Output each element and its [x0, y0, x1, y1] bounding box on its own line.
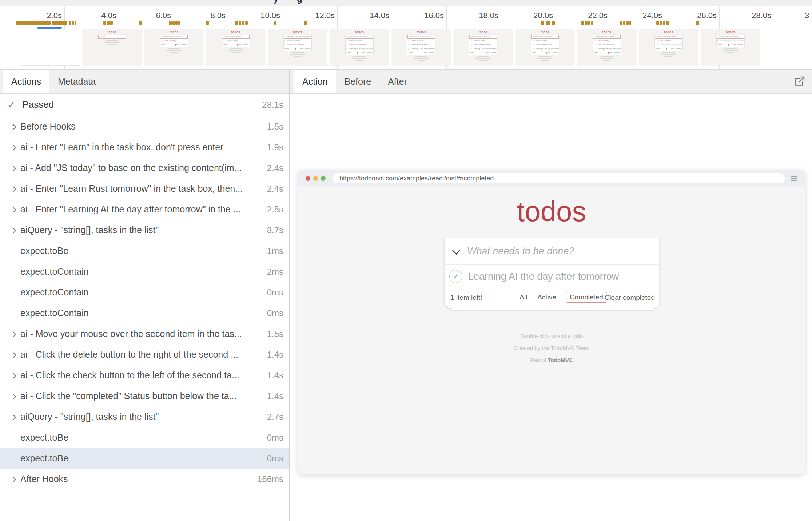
action-duration: 1.9s [263, 142, 283, 152]
browser-snapshot[interactable]: https://todomvc.com/examples/react/dist/… [298, 170, 805, 474]
action-row[interactable]: ai - Click the delete button to the righ… [0, 344, 289, 365]
thumb-todo-item: Learning AI the day after tomorrow [531, 47, 559, 51]
card-stack-edge [450, 308, 654, 310]
action-label: expect.toContain [20, 308, 89, 318]
expand-chevron-icon[interactable] [9, 323, 20, 344]
toggle-all-chevron-icon[interactable] [445, 238, 467, 264]
todo-footer: 1 item left! All Active Completed Clear … [445, 289, 659, 306]
expand-chevron-icon[interactable] [9, 365, 20, 386]
address-bar[interactable]: https://todomvc.com/examples/react/dist/… [333, 173, 785, 183]
filmstrip-thumbnail[interactable]: todosWhat needs to be done?Learn JS toda… [516, 29, 574, 65]
thumb-info-line [291, 52, 304, 53]
expand-chevron-icon[interactable] [9, 220, 20, 240]
timeline[interactable]: 2.0s4.0s6.0s8.0s10.0s12.0s14.0s16.0s18.0… [0, 6, 812, 70]
tab-after[interactable]: After [379, 70, 415, 93]
thumb-todo-item: Learn JS today [593, 39, 621, 43]
filmstrip-thumbnail[interactable]: todosWhat needs to be done?Learn JS toda… [640, 29, 698, 65]
tab-action[interactable]: Action [294, 70, 336, 93]
thumb-clear-completed [676, 48, 681, 49]
thumb-info-line [603, 60, 610, 61]
action-row[interactable]: aiQuery - "string[], tasks in the list"8… [0, 220, 289, 240]
action-row[interactable]: ai - Move your mouse over the second ite… [0, 323, 289, 344]
action-marker [629, 21, 631, 25]
action-duration: 8.7s [263, 225, 283, 235]
open-external-icon[interactable] [794, 76, 805, 87]
thumb-app-title: todos [207, 30, 265, 34]
thumb-todo-circle-icon [346, 44, 348, 45]
filmstrip-thumbnail[interactable]: todosLearn Rust tomorrowLearn JS today [207, 29, 265, 65]
new-todo-placeholder: What needs to be done? [467, 246, 574, 257]
thumb-todo-item: Learn JS today [531, 39, 559, 43]
expand-chevron-icon[interactable] [9, 158, 20, 178]
thumb-app-title: todos [392, 30, 450, 34]
filmstrip-thumbnail[interactable]: todosWhat needs to be done?Learn JS toda… [578, 29, 636, 65]
expand-chevron-icon[interactable] [9, 137, 20, 158]
thumb-info-line [541, 60, 549, 61]
tab-metadata[interactable]: Metadata [49, 70, 104, 93]
expand-chevron-icon[interactable] [9, 406, 20, 427]
action-row[interactable]: ai - Enter "Learning AI the day after to… [0, 199, 289, 220]
filmstrip-thumbnail[interactable]: todosWhat needs to be done?Learn JS toda… [454, 29, 512, 65]
expand-chevron-icon[interactable] [9, 178, 20, 199]
action-marker [172, 21, 175, 25]
action-row[interactable]: ai - Add "JS today" to base on the exist… [0, 158, 289, 178]
thumb-todo-circle-icon [346, 48, 348, 49]
filmstrip-thumbnail[interactable]: todosWhat needs to be done?Learn JS toda… [392, 29, 450, 65]
expand-chevron-icon[interactable] [9, 386, 20, 406]
thumb-info-line [418, 60, 425, 61]
action-marker [75, 21, 76, 25]
thumb-filter-row [593, 51, 621, 55]
expand-chevron-icon[interactable] [9, 469, 20, 489]
todo-item-row[interactable]: ✓ Learning AI the day after tomorrow [445, 264, 659, 289]
action-marker [206, 21, 209, 25]
action-row[interactable]: expect.toContain0ms [0, 303, 289, 323]
action-label: After Hooks [20, 474, 68, 484]
thumb-filter [486, 52, 489, 53]
action-row[interactable]: After Hooks166ms [0, 469, 289, 489]
timeline-tick-label: 8.0s [193, 11, 226, 20]
trace-viewer: y g 2.0s4.0s6.0s8.0s10.0s12.0s14.0s16.0s… [0, 0, 812, 521]
thumb-info-line [599, 58, 614, 59]
filter-all[interactable]: All [519, 292, 528, 303]
new-todo-row[interactable]: What needs to be done? [445, 238, 659, 264]
filmstrip-thumbnail[interactable]: todosWhat needs to be done?Learning AI t… [701, 29, 760, 65]
thumb-todo-circle-icon [470, 48, 472, 49]
thumb-info-line [108, 44, 116, 45]
action-marker [626, 21, 629, 25]
tab-actions[interactable]: Actions [3, 70, 49, 93]
clipped-page-title: y g [274, 0, 310, 4]
todo-checked-icon[interactable]: ✓ [449, 270, 462, 283]
expand-chevron-icon[interactable] [9, 199, 20, 220]
action-row[interactable]: ai - Enter "Learn" in the task box, don'… [0, 137, 289, 158]
thumb-info-line [106, 40, 118, 41]
action-row[interactable]: ai - Enter "Learn Rust tomorrow" in the … [0, 178, 289, 199]
action-row[interactable]: Before Hooks1.5s [0, 116, 289, 137]
clear-completed-button[interactable]: Clear completed [605, 294, 655, 302]
thumb-app-title: todos [578, 30, 636, 34]
timeline-tick-label: 10.0s [247, 11, 280, 20]
action-row[interactable]: aiQuery - "string[], tasks in the list"2… [0, 406, 289, 427]
action-row[interactable]: expect.toBe1ms [0, 240, 289, 261]
filmstrip-thumbnail[interactable] [21, 29, 80, 66]
action-marker [663, 21, 665, 25]
filmstrip-thumbnail[interactable]: todosWhat needs to be done?Learn JS toda… [145, 29, 203, 65]
thumb-todo-circle-icon [532, 48, 534, 49]
expand-chevron-icon[interactable] [9, 344, 20, 365]
expand-chevron-icon[interactable] [9, 116, 20, 137]
action-row[interactable]: expect.toContain0ms [0, 282, 289, 303]
action-duration: 2ms [263, 267, 283, 277]
action-row[interactable]: ai - Click the "completed" Status button… [0, 386, 289, 406]
filter-active[interactable]: Active [537, 292, 557, 303]
action-row[interactable]: ai - Click the check button to the left … [0, 365, 289, 386]
thumb-todo-card: What needs to be done?Learn JS todayLear… [469, 35, 497, 55]
filmstrip-thumbnail[interactable]: todosLearning AI the day after tomorrowL… [268, 29, 327, 65]
filmstrip-thumbnail[interactable]: todosLearn [83, 29, 141, 65]
thumb-info-lines [268, 52, 327, 57]
action-row[interactable]: expect.toBe0ms [0, 448, 289, 469]
filter-completed[interactable]: Completed [566, 292, 607, 303]
filmstrip-thumbnail[interactable]: todosWhat needs to be done?Learn JS toda… [330, 29, 389, 65]
action-row[interactable]: expect.toContain2ms [0, 261, 289, 282]
action-row[interactable]: expect.toBe0ms [0, 427, 289, 448]
action-label: ai - Enter "Learn" in the task box, don'… [20, 142, 223, 152]
tab-before[interactable]: Before [336, 70, 379, 93]
